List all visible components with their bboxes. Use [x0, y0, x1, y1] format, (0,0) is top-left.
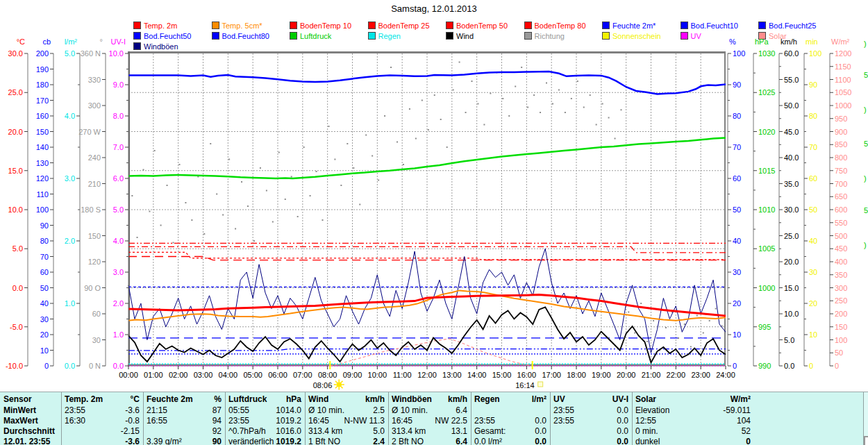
axis-tick-label: 20.0 — [8, 128, 23, 136]
table-column-separator — [143, 392, 144, 445]
axis-unit-uvi: UV-I — [111, 37, 126, 46]
axis-tick-label: 150 — [88, 232, 101, 240]
table-cell-label: 16:55 — [147, 416, 167, 426]
row-label: 12.01. 23:55 — [3, 437, 50, 445]
table-cell-label: 05:55 — [228, 405, 249, 416]
table-column: Regenl/m²23:550.0Gesamt:0.00.0 l/m²0.0 — [471, 392, 550, 445]
table-cell-label: 0 min. — [635, 426, 658, 437]
table-cell-value: -59.011 — [723, 405, 751, 416]
table-cell-value: 104 — [737, 416, 751, 426]
axis-tick-label: 80 — [733, 112, 741, 120]
table-header-cell: Temp. 2m°C — [61, 392, 143, 405]
column-name: Feuchte 2m — [147, 392, 193, 405]
axis-tick-label: 250 — [835, 296, 847, 305]
table-cell-label: 1 Bft NO — [308, 437, 340, 445]
axis-tick-label: 990 — [758, 362, 771, 370]
axis-tick-label: 120 — [88, 258, 101, 266]
table-cell-label: 16:45 — [392, 416, 412, 426]
axis-tick-label: 1010 — [758, 205, 775, 214]
direction-dot — [247, 205, 249, 207]
direction-dot — [684, 324, 685, 325]
table-row: 16:45N-NW 11.3 — [305, 416, 388, 426]
sun-icon — [336, 382, 342, 387]
axis-tick-label: 60 — [733, 174, 741, 183]
axis-tick-label: 60 — [809, 174, 817, 183]
direction-dot — [310, 195, 311, 196]
table-row: MaxWert — [0, 416, 61, 426]
table-cell-value: 52 — [742, 426, 751, 437]
table-row: -3.6 — [61, 437, 143, 445]
table-row: 16:5594 — [143, 416, 225, 426]
column-name: Temp. 2m — [65, 392, 103, 405]
axis-tick-label: 100 — [809, 49, 821, 58]
table-column: Temp. 2m°C23:55-3.616:30-0.8-2.15-3.6 — [61, 392, 143, 445]
table-row: MinWert — [0, 405, 61, 416]
table-row: 0.0 l/m²0.0 — [471, 437, 550, 445]
axis-tick-label: 1005 — [758, 244, 775, 253]
axis-tick-label: 900 — [835, 128, 847, 136]
direction-dot — [709, 320, 710, 321]
edge-fragment: ) — [864, 40, 867, 48]
axis-tick-label: 1020 — [758, 128, 775, 136]
axis-tick-label: 20.0 — [784, 258, 799, 266]
edge-fragment: 5 — [864, 140, 868, 148]
table-column-separator — [471, 392, 471, 445]
row-label: MinWert — [3, 405, 36, 416]
table-cell-value: 1016.0 — [276, 426, 301, 437]
table-row: 21:1587 — [143, 405, 225, 416]
column-name: Luftdruck — [228, 392, 267, 405]
table-row: 05:551014.0 — [225, 405, 305, 416]
table-cell-label: Elevation — [635, 405, 669, 416]
table-cell-value: 0.0 — [617, 437, 628, 445]
axis-tick-label: 600 — [835, 205, 847, 214]
axis-tick-label: 1100 — [835, 76, 851, 84]
x-axis-label: 12:00 — [417, 371, 437, 379]
table-cell-value: 5.0 — [373, 426, 385, 437]
direction-dot — [565, 112, 566, 113]
x-axis-label: 08:00 — [318, 371, 337, 379]
axis-tick-label: 190 — [36, 65, 49, 74]
edge-fragment: 5 — [864, 71, 868, 79]
direction-dot — [678, 337, 679, 339]
direction-dot — [353, 167, 354, 169]
axis-tick-label: 700 — [835, 180, 847, 188]
axis-tick-label: 70 — [40, 253, 49, 261]
axis-tick-label: 10 — [733, 330, 741, 339]
axis-tick-label: 10.0 — [784, 310, 799, 318]
sunset-square-icon — [538, 382, 543, 387]
axis-tick-label: 550 — [835, 219, 847, 227]
direction-dot — [440, 119, 442, 120]
axis-tick-label: 270 W — [78, 128, 101, 136]
axis-tick-label: 20 — [809, 299, 817, 308]
table-cell-value: -0.8 — [125, 416, 140, 426]
axis-tick-label: 40 — [809, 237, 817, 245]
direction-dot — [428, 129, 429, 131]
table-column-separator — [550, 392, 551, 445]
axis-tick-label: 0 — [809, 362, 813, 370]
axis-tick-label: 90 — [809, 81, 817, 89]
column-unit: l/m² — [532, 392, 546, 405]
table-row: ^0.7hPa/h1016.0 — [225, 426, 305, 437]
axis-tick-label: 90 — [733, 81, 741, 89]
direction-dot — [571, 98, 572, 99]
direction-dot — [173, 242, 174, 244]
x-axis-label: 13:00 — [442, 371, 462, 379]
table-cell-label: 23:55 — [65, 405, 85, 416]
column-unit: km/h — [365, 392, 385, 405]
x-axis-label: 00:00 — [119, 371, 138, 379]
direction-dot — [434, 94, 435, 96]
table-column: LuftdruckhPa05:551014.023:551019.2^0.7hP… — [225, 392, 305, 445]
x-axis-label: 16:00 — [517, 371, 537, 379]
resize-grip[interactable] — [864, 436, 868, 445]
axis-tick-label: 10 — [809, 330, 817, 339]
table-row: -2.15 — [61, 426, 143, 437]
table-row: 16:30-0.8 — [61, 416, 143, 426]
axis-tick-label: 10.0 — [109, 49, 124, 58]
direction-dot — [615, 138, 616, 140]
table-cell-label: 23:55 — [228, 416, 249, 426]
edge-fragment: ) — [864, 174, 867, 183]
table-column: Windböenkm/hØ 10 min.6.416:45NW 22.5313.… — [388, 392, 471, 445]
series-line-bodentemp-25 — [128, 252, 726, 260]
table-cell-label: 23:55 — [553, 405, 574, 416]
direction-dot — [185, 202, 186, 203]
